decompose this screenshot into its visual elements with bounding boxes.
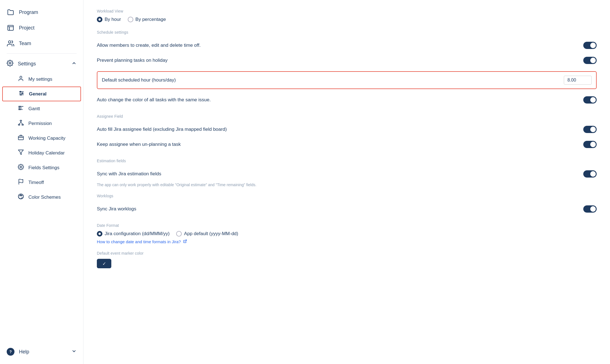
date-format-radio-group: Jira configuration (dd/MMM/yy) App defau… xyxy=(97,231,597,237)
gear-small-icon xyxy=(18,164,24,171)
auto-fill-jira-row: Auto fill Jira assignee field (excluding… xyxy=(97,122,597,137)
event-marker-color-swatch[interactable]: ✓ xyxy=(97,259,111,268)
assignee-field-label: Assignee Field xyxy=(97,114,597,119)
hierarchy-icon xyxy=(18,120,24,127)
toggle-knob-2 xyxy=(590,58,596,63)
prevent-holiday-toggle[interactable] xyxy=(583,57,597,64)
external-link-icon xyxy=(183,239,187,244)
chevron-up-icon xyxy=(72,61,77,67)
help-icon: ? xyxy=(7,348,14,356)
user-icon xyxy=(18,75,24,83)
radio-jira-config-btn[interactable] xyxy=(97,231,102,237)
prevent-holiday-row: Prevent planning tasks on holiday xyxy=(97,53,597,68)
svg-point-3 xyxy=(8,41,11,43)
radio-app-default[interactable]: App default (yyyy-MM-dd) xyxy=(176,231,238,237)
main-content: Workload View By hour By percentage Sche… xyxy=(83,0,610,364)
svg-rect-24 xyxy=(18,136,23,140)
auto-fill-jira-toggle[interactable] xyxy=(583,126,597,133)
sidebar-item-holiday-calendar[interactable]: Holiday Calendar xyxy=(0,146,83,160)
toggle-knob-6 xyxy=(590,171,596,177)
settings-label: Settings xyxy=(18,61,36,67)
help-left: ? Help xyxy=(7,348,29,356)
keep-assignee-row: Keep assignee when un-planning a task xyxy=(97,137,597,152)
workload-view-label: Workload View xyxy=(97,9,597,13)
sidebar-item-timeoff[interactable]: Timeoff xyxy=(0,175,83,190)
filter-icon xyxy=(18,149,24,157)
radio-app-default-btn[interactable] xyxy=(176,231,182,237)
prevent-holiday-label: Prevent planning tasks on holiday xyxy=(97,58,583,63)
flag-icon xyxy=(18,179,24,186)
svg-point-11 xyxy=(20,94,21,95)
briefcase-icon xyxy=(18,134,24,142)
sidebar-item-team[interactable]: Team xyxy=(0,36,83,51)
allow-time-off-toggle[interactable] xyxy=(583,42,597,49)
folder-icon xyxy=(7,8,14,16)
users-icon xyxy=(7,40,14,47)
keep-assignee-toggle[interactable] xyxy=(583,141,597,148)
sidebar-item-color-schemes[interactable]: Color Schemes xyxy=(0,190,83,205)
svg-point-9 xyxy=(20,91,21,92)
sidebar-label-holiday-calendar: Holiday Calendar xyxy=(28,150,65,156)
svg-point-4 xyxy=(9,62,11,64)
radio-by-percentage[interactable]: By percentage xyxy=(128,17,166,22)
sidebar-item-help[interactable]: ? Help xyxy=(0,344,83,360)
toggle-knob xyxy=(590,43,596,48)
gear-icon xyxy=(7,60,13,68)
date-format-link[interactable]: How to change date and time formats in J… xyxy=(97,239,187,244)
default-hour-label: Default scheduled hour (hours/day) xyxy=(102,77,176,83)
sidebar-label-help: Help xyxy=(19,349,29,355)
sidebar-label-timeoff: Timeoff xyxy=(28,180,44,185)
sidebar-label-program: Program xyxy=(19,9,38,15)
sync-worklogs-label: Sync Jira worklogs xyxy=(97,206,583,212)
settings-section-header[interactable]: Settings xyxy=(0,56,83,72)
sidebar-item-permission[interactable]: Permission xyxy=(0,116,83,131)
settings-header-left: Settings xyxy=(7,60,36,68)
radio-by-percentage-label: By percentage xyxy=(136,17,166,22)
sidebar-item-my-settings[interactable]: My settings xyxy=(0,72,83,87)
auto-color-toggle[interactable] xyxy=(583,96,597,104)
keep-assignee-label: Keep assignee when un-planning a task xyxy=(97,142,583,147)
radio-by-hour[interactable]: By hour xyxy=(97,17,121,22)
sidebar-item-program[interactable]: Program xyxy=(0,4,83,20)
gantt-icon xyxy=(18,105,24,112)
sidebar-label-team: Team xyxy=(19,41,31,46)
date-format-label: Date Format xyxy=(97,223,597,228)
checkmark-icon: ✓ xyxy=(102,261,106,266)
sync-estimation-row: Sync with Jira estimation fields xyxy=(97,166,597,181)
default-hour-input[interactable] xyxy=(564,76,592,85)
radio-by-percentage-btn[interactable] xyxy=(128,17,133,22)
svg-line-23 xyxy=(21,122,23,124)
svg-point-30 xyxy=(19,195,20,196)
sidebar-item-gantt[interactable]: Gantt xyxy=(0,101,83,116)
sidebar-item-project[interactable]: Project xyxy=(0,20,83,36)
auto-fill-jira-label: Auto fill Jira assignee field (excluding… xyxy=(97,127,583,132)
svg-line-22 xyxy=(19,122,21,124)
toggle-knob-7 xyxy=(590,206,596,212)
sidebar-label-general: General xyxy=(29,91,46,97)
svg-rect-15 xyxy=(19,106,21,107)
svg-line-33 xyxy=(185,240,186,242)
worklogs-label: Worklogs xyxy=(97,194,597,198)
svg-point-10 xyxy=(22,93,23,94)
sidebar-item-fields-settings[interactable]: Fields Settings xyxy=(0,160,83,175)
event-marker-color-section: Default event marker color ✓ xyxy=(97,251,597,268)
sidebar-label-permission: Permission xyxy=(28,121,52,126)
sync-worklogs-row: Sync Jira worklogs xyxy=(97,201,597,217)
svg-marker-26 xyxy=(18,150,23,155)
sidebar-item-general[interactable]: General xyxy=(2,87,81,101)
sidebar-divider xyxy=(7,53,77,54)
sync-worklogs-toggle[interactable] xyxy=(583,205,597,213)
sync-estimation-toggle[interactable] xyxy=(583,170,597,178)
event-marker-label: Default event marker color xyxy=(97,251,597,255)
sidebar: Program Project Team xyxy=(0,0,83,364)
chevron-down-icon xyxy=(72,349,77,355)
svg-point-27 xyxy=(20,166,22,168)
workload-view-section: Workload View By hour By percentage xyxy=(97,9,597,22)
svg-rect-17 xyxy=(19,109,21,110)
toggle-knob-3 xyxy=(590,97,596,103)
allow-time-off-label: Allow members to create, edit and delete… xyxy=(97,43,583,48)
radio-jira-config[interactable]: Jira configuration (dd/MMM/yy) xyxy=(97,231,169,237)
sidebar-label-working-capacity: Working Capacity xyxy=(28,136,65,141)
sidebar-item-working-capacity[interactable]: Working Capacity xyxy=(0,131,83,146)
radio-by-hour-btn[interactable] xyxy=(97,17,102,22)
